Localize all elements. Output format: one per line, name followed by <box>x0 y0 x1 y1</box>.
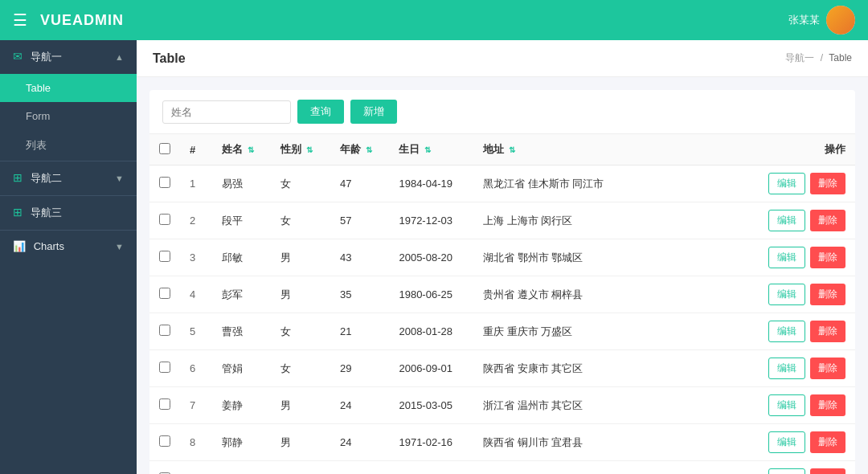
row-checkbox[interactable] <box>159 362 170 373</box>
row-checkbox[interactable] <box>159 398 170 410</box>
row-checkbox[interactable] <box>159 325 170 336</box>
breadcrumb-bar: Table 导航一 / Table <box>137 40 868 77</box>
nav2-label: 导航二 <box>31 172 62 184</box>
row-gender: 女 <box>271 313 330 350</box>
header-name[interactable]: 姓名 ⇅ <box>212 134 271 165</box>
delete-button[interactable]: 删除 <box>810 468 845 474</box>
sidebar-item-list[interactable]: 列表 <box>0 130 137 161</box>
row-checkbox[interactable] <box>159 177 170 188</box>
row-name: 易强 <box>212 165 271 202</box>
delete-button[interactable]: 删除 <box>810 247 845 268</box>
row-id: 6 <box>180 350 212 387</box>
row-name: 彭丽 <box>212 461 271 475</box>
row-address: 上海 上海市 闵行区 <box>473 202 743 239</box>
edit-button[interactable]: 编辑 <box>768 394 805 416</box>
row-birthday: 2008-01-28 <box>389 313 473 350</box>
row-checkbox[interactable] <box>159 435 170 447</box>
row-name: 邱敏 <box>212 239 271 276</box>
select-all-checkbox[interactable] <box>159 143 170 154</box>
row-birthday: 1972-12-03 <box>389 202 473 239</box>
main-layout: ✉ 导航一 ▲ Table Form 列表 ⊞ 导航二 ▼ <box>0 40 868 474</box>
table-body: 1 易强 女 47 1984-04-19 黑龙江省 佳木斯市 同江市 编辑 删除… <box>149 165 855 475</box>
row-checkbox[interactable] <box>159 288 170 299</box>
delete-button[interactable]: 删除 <box>810 210 845 231</box>
edit-button[interactable]: 编辑 <box>768 284 805 305</box>
row-gender: 男 <box>271 239 330 276</box>
delete-button[interactable]: 删除 <box>810 173 845 194</box>
edit-button[interactable]: 编辑 <box>768 247 805 268</box>
hamburger-icon[interactable]: ☰ <box>13 10 27 30</box>
edit-button[interactable]: 编辑 <box>768 321 805 342</box>
edit-button[interactable]: 编辑 <box>768 210 805 231</box>
row-checkbox-cell <box>149 387 180 424</box>
row-gender: 男 <box>271 461 330 475</box>
row-actions: 编辑 删除 <box>743 313 855 350</box>
add-button[interactable]: 新增 <box>350 100 397 124</box>
row-gender: 女 <box>271 202 330 239</box>
row-birthday: 2006-09-01 <box>389 350 473 387</box>
edit-button[interactable]: 编辑 <box>768 468 805 474</box>
row-id: 2 <box>180 202 212 239</box>
table-row: 5 曹强 女 21 2008-01-28 重庆 重庆市 万盛区 编辑 删除 <box>149 313 855 350</box>
avatar-image <box>826 6 855 35</box>
row-age: 51 <box>330 461 389 475</box>
row-actions: 编辑 删除 <box>743 350 855 387</box>
row-checkbox[interactable] <box>159 214 170 225</box>
row-address: 浙江省 温州市 其它区 <box>473 387 743 424</box>
row-address: 陕西省 铜川市 宜君县 <box>473 424 743 461</box>
edit-button[interactable]: 编辑 <box>768 173 805 194</box>
avatar[interactable] <box>826 6 855 35</box>
search-input[interactable] <box>162 100 291 124</box>
header-age[interactable]: 年龄 ⇅ <box>330 134 389 165</box>
table-row: 4 彭军 男 35 1980-06-25 贵州省 遵义市 桐梓县 编辑 删除 <box>149 276 855 313</box>
row-age: 47 <box>330 165 389 202</box>
edit-button[interactable]: 编辑 <box>768 431 805 453</box>
row-checkbox-cell <box>149 350 180 387</box>
row-checkbox-cell <box>149 276 180 313</box>
app-logo: VUEADMIN <box>40 12 124 29</box>
nav1-label: 导航一 <box>31 51 62 63</box>
delete-button[interactable]: 删除 <box>810 284 845 305</box>
breadcrumb-separator: / <box>821 52 826 63</box>
delete-button[interactable]: 删除 <box>810 358 845 379</box>
row-age: 35 <box>330 276 389 313</box>
row-address: 香港特别行政区 香港岛 东区 <box>473 461 743 475</box>
sidebar-item-table[interactable]: Table <box>0 74 137 102</box>
edit-button[interactable]: 编辑 <box>768 358 805 379</box>
header-id: # <box>180 134 212 165</box>
row-age: 43 <box>330 239 389 276</box>
query-button[interactable]: 查询 <box>297 100 344 124</box>
row-checkbox-cell <box>149 165 180 202</box>
header-address[interactable]: 地址 ⇅ <box>473 134 743 165</box>
sidebar-group-header-nav1[interactable]: ✉ 导航一 ▲ <box>0 40 137 74</box>
delete-button[interactable]: 删除 <box>810 431 845 453</box>
sidebar-item-form[interactable]: Form <box>0 102 137 130</box>
row-checkbox[interactable] <box>159 251 170 262</box>
row-id: 7 <box>180 387 212 424</box>
header-actions: 操作 <box>743 134 855 165</box>
header-birthday[interactable]: 生日 ⇅ <box>389 134 473 165</box>
sidebar-group-header-nav3[interactable]: ⊞ 导航三 <box>0 196 137 230</box>
delete-button[interactable]: 删除 <box>810 394 845 416</box>
row-actions: 编辑 删除 <box>743 387 855 424</box>
row-name: 姜静 <box>212 387 271 424</box>
nav1-arrow-icon: ▲ <box>115 52 124 62</box>
row-gender: 男 <box>271 424 330 461</box>
row-checkbox-cell <box>149 202 180 239</box>
header-gender[interactable]: 性别 ⇅ <box>271 134 330 165</box>
row-age: 57 <box>330 202 389 239</box>
sidebar-group-nav2: ⊞ 导航二 ▼ <box>0 161 137 195</box>
row-age: 24 <box>330 387 389 424</box>
row-age: 29 <box>330 350 389 387</box>
sidebar-group-header-nav2[interactable]: ⊞ 导航二 ▼ <box>0 161 137 195</box>
delete-button[interactable]: 删除 <box>810 321 845 342</box>
row-checkbox-cell <box>149 461 180 475</box>
row-id: 3 <box>180 239 212 276</box>
header-checkbox-cell <box>149 134 180 165</box>
row-address: 重庆 重庆市 万盛区 <box>473 313 743 350</box>
sidebar-group-header-charts[interactable]: 📊 Charts ▼ <box>0 231 137 262</box>
data-table: # 姓名 ⇅ 性别 ⇅ 年龄 ⇅ 生日 ⇅ 地址 ⇅ 操作 1 易强 女 <box>149 134 855 474</box>
row-id: 4 <box>180 276 212 313</box>
sidebar: ✉ 导航一 ▲ Table Form 列表 ⊞ 导航二 ▼ <box>0 40 137 474</box>
nav2-arrow-icon: ▼ <box>115 174 124 183</box>
